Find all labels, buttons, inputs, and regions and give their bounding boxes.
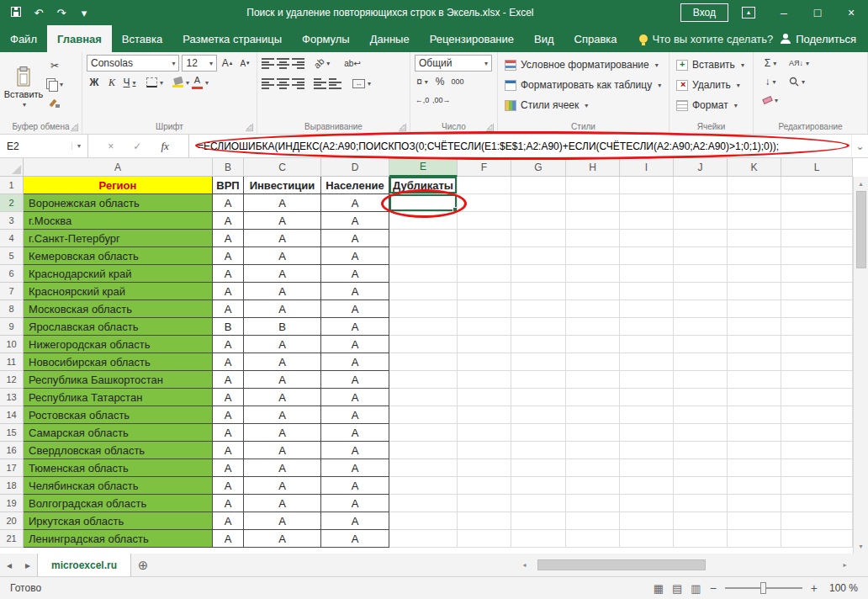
cell-G18[interactable] [511, 477, 566, 495]
cell-K21[interactable] [728, 530, 781, 548]
cell-K8[interactable] [728, 300, 781, 318]
cell-G14[interactable] [511, 406, 566, 424]
tab-formulas[interactable]: Формулы [292, 25, 360, 52]
cell-I10[interactable] [620, 336, 674, 353]
cell-G9[interactable] [511, 318, 566, 336]
cell-K7[interactable] [728, 283, 781, 300]
cell-H17[interactable] [566, 459, 620, 477]
select-all-corner[interactable] [0, 158, 24, 177]
merge-center-icon[interactable]: ↔ [352, 75, 371, 92]
cell-I6[interactable] [620, 265, 674, 283]
cell-D1[interactable]: Население [321, 177, 389, 194]
cell-A16[interactable]: Свердловская область [24, 442, 213, 459]
cell-E6[interactable] [389, 265, 458, 283]
row-header-10[interactable]: 10 [0, 336, 24, 353]
cell-H1[interactable] [566, 177, 620, 194]
cell-A10[interactable]: Нижегородская область [24, 336, 213, 353]
column-header-E[interactable]: E [389, 158, 458, 177]
tab-insert[interactable]: Вставка [112, 25, 172, 52]
cell-L20[interactable] [781, 512, 853, 530]
cell-G10[interactable] [511, 336, 566, 353]
cell-C19[interactable]: A [244, 495, 321, 512]
cell-E10[interactable] [389, 336, 458, 353]
cell-H9[interactable] [566, 318, 620, 336]
cell-J16[interactable] [674, 442, 728, 459]
tab-home[interactable]: Главная [47, 25, 112, 52]
cell-E16[interactable] [389, 442, 458, 459]
cell-B13[interactable]: A [213, 389, 244, 406]
cell-F3[interactable] [458, 212, 511, 230]
cell-A6[interactable]: Краснодарский край [24, 265, 213, 283]
formula-bar-expand-icon[interactable]: ⌄ [851, 135, 868, 157]
column-header-B[interactable]: B [213, 158, 244, 177]
cell-L12[interactable] [781, 371, 853, 389]
cell-L3[interactable] [781, 212, 853, 230]
cell-E4[interactable] [389, 230, 458, 247]
cell-C17[interactable]: A [244, 459, 321, 477]
align-right-icon[interactable] [292, 78, 304, 89]
row-header-5[interactable]: 5 [0, 247, 24, 265]
cell-G15[interactable] [511, 424, 566, 442]
row-header-16[interactable]: 16 [0, 442, 24, 459]
cell-K6[interactable] [728, 265, 781, 283]
cancel-icon[interactable]: × [108, 140, 114, 152]
cell-G7[interactable] [511, 283, 566, 300]
row-header-12[interactable]: 12 [0, 371, 24, 389]
cell-C16[interactable]: A [244, 442, 321, 459]
cell-H3[interactable] [566, 212, 620, 230]
sign-in-button[interactable]: Вход [680, 3, 728, 22]
horizontal-scrollbar[interactable]: ◂ ▸ [518, 559, 851, 571]
cell-D11[interactable]: A [321, 353, 389, 371]
cell-J6[interactable] [674, 265, 728, 283]
row-header-17[interactable]: 17 [0, 459, 24, 477]
cell-F13[interactable] [458, 389, 511, 406]
cell-D10[interactable]: A [321, 336, 389, 353]
cell-C3[interactable]: A [244, 212, 321, 230]
cell-G4[interactable] [511, 230, 566, 247]
column-header-L[interactable]: L [781, 158, 853, 177]
insert-cells-button[interactable]: Вставить [674, 55, 749, 75]
row-header-21[interactable]: 21 [0, 530, 24, 548]
cell-J17[interactable] [674, 459, 728, 477]
cell-E15[interactable] [389, 424, 458, 442]
cell-H4[interactable] [566, 230, 620, 247]
cell-C5[interactable]: A [244, 247, 321, 265]
cell-H6[interactable] [566, 265, 620, 283]
row-header-8[interactable]: 8 [0, 300, 24, 318]
cell-C13[interactable]: A [244, 389, 321, 406]
maximize-button[interactable]: □ [801, 0, 834, 25]
cell-I11[interactable] [620, 353, 674, 371]
cell-G5[interactable] [511, 247, 566, 265]
cell-J2[interactable] [674, 194, 728, 212]
cell-D14[interactable]: A [321, 406, 389, 424]
cell-I2[interactable] [620, 194, 674, 212]
cell-H15[interactable] [566, 424, 620, 442]
cell-K14[interactable] [728, 406, 781, 424]
cell-D18[interactable]: A [321, 477, 389, 495]
align-left-icon[interactable] [262, 78, 274, 89]
cell-A2[interactable]: Воронежская область [24, 194, 213, 212]
cell-L9[interactable] [781, 318, 853, 336]
cell-D9[interactable]: A [321, 318, 389, 336]
cell-F14[interactable] [458, 406, 511, 424]
cell-I19[interactable] [620, 495, 674, 512]
cell-I14[interactable] [620, 406, 674, 424]
cell-L16[interactable] [781, 442, 853, 459]
cell-I18[interactable] [620, 477, 674, 495]
cell-G2[interactable] [511, 194, 566, 212]
view-page-break-icon[interactable]: ▥ [691, 582, 701, 595]
cell-C15[interactable]: A [244, 424, 321, 442]
cell-G16[interactable] [511, 442, 566, 459]
row-header-2[interactable]: 2 [0, 194, 24, 212]
cell-F2[interactable] [458, 194, 511, 212]
cell-B10[interactable]: A [213, 336, 244, 353]
row-header-11[interactable]: 11 [0, 353, 24, 371]
font-size-combo[interactable]: 12 [182, 55, 217, 72]
row-header-7[interactable]: 7 [0, 283, 24, 300]
cell-H16[interactable] [566, 442, 620, 459]
undo-icon[interactable]: ↶ [33, 7, 45, 19]
clipboard-dialog-launcher-icon[interactable]: ◿ [71, 124, 78, 131]
cell-D7[interactable]: A [321, 283, 389, 300]
cell-L21[interactable] [781, 530, 853, 548]
cell-J20[interactable] [674, 512, 728, 530]
